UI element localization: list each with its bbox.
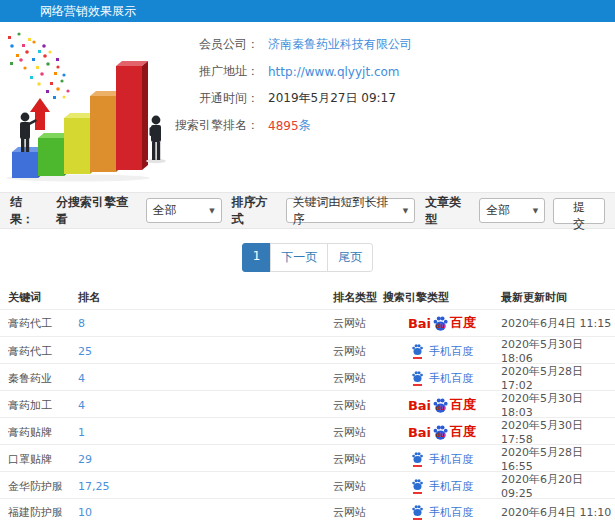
page-1-button[interactable]: 1 [242, 243, 272, 272]
cell-rank[interactable]: 4 [78, 399, 333, 412]
cell-engine: Bai du 百度 [383, 451, 501, 467]
cell-keyword: 金华防护服 [8, 479, 78, 494]
cell-rank-type: 云网站 [333, 505, 383, 520]
cell-keyword: 膏药贴牌 [8, 425, 78, 440]
sort-select[interactable]: 关键词由短到长排序 ▼ [286, 198, 416, 223]
window-titlebar: 网络营销效果展示 [0, 0, 615, 22]
cell-rank-type: 云网站 [333, 452, 383, 467]
mobile-baidu-label: 手机百度 [429, 452, 473, 467]
mobile-baidu-paw-icon [411, 343, 424, 359]
cell-engine: Bai du 百度 [383, 504, 501, 520]
baidu-logo-bai-text: Bai [408, 316, 431, 331]
growth-chart-clipart-svg [0, 30, 175, 182]
cell-engine: Bai du 百度 [383, 396, 501, 414]
engine-select[interactable]: 全部 ▼ [146, 198, 222, 223]
mobile-baidu-label: 手机百度 [429, 479, 473, 494]
article-type-select-value: 全部 [486, 202, 510, 219]
col-header-rank: 排名 [78, 290, 333, 305]
cell-rank[interactable]: 29 [78, 453, 333, 466]
table-header-row: 关键词 排名 排名类型 搜索引擎类型 最新更新时间 [0, 285, 615, 309]
cell-rank[interactable]: 4 [78, 372, 333, 385]
cell-keyword: 膏药加工 [8, 398, 78, 413]
filter-controls: 分搜索引擎查看 全部 ▼ 排序方式 关键词由短到长排序 ▼ 文章类型 全部 ▼ … [46, 194, 605, 228]
col-header-updated: 最新更新时间 [501, 290, 615, 305]
col-header-engine-type: 搜索引擎类型 [383, 290, 501, 305]
table-row: 膏药加工 4 云网站 Bai du 百度 [0, 390, 615, 417]
svg-text:du: du [436, 404, 445, 412]
table-row: 膏药代工 8 云网站 Bai du 百度 [0, 309, 615, 336]
svg-text:du: du [436, 322, 445, 330]
member-info: 会员公司： 济南秦鲁药业科技有限公司 推广地址： http://www.qlyy… [175, 30, 615, 192]
cell-rank-type: 云网站 [333, 425, 383, 440]
baidu-logo: Bai du 百度 [408, 423, 476, 441]
baidu-paw-icon: du [432, 315, 449, 332]
table-row: 福建防护服 10 云网站 Bai du 百度 [0, 498, 615, 520]
cell-updated: 2020年5月30日 18:06 [501, 337, 615, 365]
baidu-logo-cn-text: 百度 [450, 396, 476, 414]
table-row: 金华防护服 17,25 云网站 Bai du 百度 [0, 471, 615, 498]
table-row: 膏药贴牌 1 云网站 Bai du 百度 [0, 417, 615, 444]
table-row: 膏药代工 25 云网站 Bai du 百度 [0, 336, 615, 363]
cell-updated: 2020年6月4日 11:15 [501, 316, 615, 331]
mobile-baidu-paw-icon [411, 504, 424, 520]
promo-url-label: 推广地址： [175, 63, 259, 80]
article-type-label: 文章类型 [425, 194, 473, 228]
baidu-logo-bai-text: Bai [408, 425, 431, 440]
cell-engine: Bai du 百度 [383, 478, 501, 494]
cell-updated: 2020年5月28日 17:02 [501, 364, 615, 392]
cell-rank[interactable]: 25 [78, 345, 333, 358]
cell-rank-type: 云网站 [333, 344, 383, 359]
company-link[interactable]: 济南秦鲁药业科技有限公司 [268, 36, 412, 53]
next-page-button[interactable]: 下一页 [270, 243, 328, 272]
cell-engine: Bai du 百度 [383, 314, 501, 332]
mobile-baidu-label: 手机百度 [429, 505, 473, 520]
chevron-down-icon: ▼ [403, 207, 408, 215]
mobile-baidu-label: 手机百度 [429, 371, 473, 386]
cell-rank[interactable]: 10 [78, 506, 333, 519]
cell-engine: Bai du 百度 [383, 370, 501, 386]
baidu-logo-cn-text: 百度 [450, 423, 476, 441]
mobile-baidu-paw-icon [411, 478, 424, 494]
mobile-baidu-badge: 手机百度 [411, 343, 473, 359]
chevron-down-icon: ▼ [533, 207, 538, 215]
submit-button[interactable]: 提交 [553, 198, 605, 224]
cell-updated: 2020年5月30日 18:03 [501, 391, 615, 419]
confetti-dots [8, 32, 70, 99]
cell-updated: 2020年6月20日 09:25 [501, 472, 615, 500]
cell-rank[interactable]: 8 [78, 317, 333, 330]
col-header-rank-type: 排名类型 [333, 290, 383, 305]
mobile-baidu-label: 手机百度 [429, 344, 473, 359]
cell-keyword: 秦鲁药业 [8, 371, 78, 386]
mobile-baidu-badge: 手机百度 [411, 478, 473, 494]
baidu-logo: Bai du 百度 [408, 396, 476, 414]
results-table: 关键词 排名 排名类型 搜索引擎类型 最新更新时间 膏药代工 8 云网站 Bai… [0, 285, 615, 520]
article-type-select[interactable]: 全部 ▼ [479, 198, 545, 223]
baidu-logo-cn-text: 百度 [450, 314, 476, 332]
cell-updated: 2020年6月4日 11:10 [501, 505, 615, 520]
info-row-url: 推广地址： http://www.qlyyjt.com [175, 63, 615, 80]
cell-rank[interactable]: 1 [78, 426, 333, 439]
info-row-open-time: 开通时间： 2019年5月27日 09:17 [175, 90, 615, 107]
cell-rank[interactable]: 17,25 [78, 480, 333, 493]
cell-keyword: 膏药代工 [8, 316, 78, 331]
pagination: 1 下一页 尾页 [0, 229, 615, 285]
cell-engine: Bai du 百度 [383, 343, 501, 359]
mobile-baidu-paw-icon [411, 451, 424, 467]
table-row: 口罩贴牌 29 云网站 Bai du 百度 [0, 444, 615, 471]
cell-rank-type: 云网站 [333, 398, 383, 413]
cell-rank-type: 云网站 [333, 316, 383, 331]
bar-red [116, 61, 148, 170]
rank-count-suffix: 条 [299, 117, 311, 134]
cell-updated: 2020年5月30日 17:58 [501, 418, 615, 446]
chevron-down-icon: ▼ [209, 207, 214, 215]
cell-rank-type: 云网站 [333, 371, 383, 386]
last-page-button[interactable]: 尾页 [327, 243, 373, 272]
table-row: 秦鲁药业 4 云网站 Bai du 百度 [0, 363, 615, 390]
rank-count-value: 4895 [268, 119, 299, 133]
engine-filter-label: 分搜索引擎查看 [56, 194, 140, 228]
businessman-right [146, 116, 166, 164]
mobile-baidu-badge: 手机百度 [411, 504, 473, 520]
promo-url-link[interactable]: http://www.qlyyjt.com [268, 65, 400, 79]
engine-select-value: 全部 [153, 202, 177, 219]
info-row-rank-count: 搜索引擎排名： 4895 条 [175, 117, 615, 134]
